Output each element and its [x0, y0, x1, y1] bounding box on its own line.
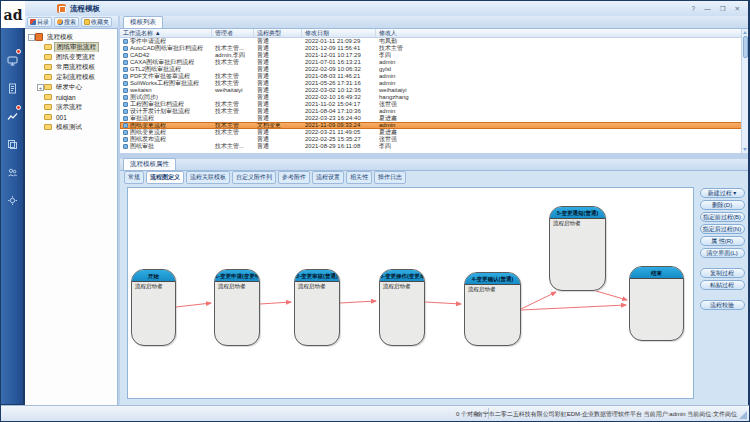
flow-action-panel: 新建过程 ▾删除(D)指定前过程(B)指定后过程(N)属 性(R)清空界面(L)…: [698, 184, 746, 310]
action-button[interactable]: 新建过程 ▾: [700, 188, 745, 198]
tab-流程设置[interactable]: 流程设置: [312, 171, 344, 184]
folder-icon: [44, 84, 52, 90]
nav-settings-button[interactable]: [1, 186, 23, 214]
tree-item[interactable]: 图纸变更流程: [28, 52, 117, 62]
table-row[interactable]: 图纸变更流程技术主管普通2022-03-21 11:49:05夏进鑫: [120, 129, 748, 136]
table-row[interactable]: 审批流程普通2022-03-23 16:24:40夏进鑫: [120, 115, 748, 122]
table-row[interactable]: PDF文件审批签章流程技术主管普通2021-08-03 11:46:21admi…: [120, 73, 748, 80]
cell: 2021-11-09 09:33:24: [302, 122, 376, 129]
flow-node-5[interactable]: 5-变更通知(普通) 流程启动者: [549, 206, 606, 291]
tree-item[interactable]: 演示流程: [28, 102, 117, 112]
action-button[interactable]: 粘贴过程: [700, 280, 745, 290]
nav-flow-button[interactable]: [1, 102, 23, 130]
catalog-button[interactable]: 目录: [27, 17, 52, 27]
tree-item[interactable]: +研发中心: [28, 82, 117, 92]
tab-参考附件[interactable]: 参考附件: [278, 171, 310, 184]
tab-properties[interactable]: 流程模板属性: [123, 158, 176, 170]
action-button[interactable]: 指定前过程(B): [700, 212, 745, 222]
table-row[interactable]: 图纸发布流程普通2022-02-25 15:35:27张世强: [120, 136, 748, 143]
tree-item[interactable]: 定制流程模板: [28, 72, 117, 82]
workflow-name-cell: PDF文件审批签章流程: [120, 73, 212, 80]
action-button[interactable]: 清空界面(L): [700, 248, 745, 258]
column-header[interactable]: 修改日期: [302, 29, 376, 37]
resize-grip[interactable]: [739, 411, 747, 419]
minimize-button[interactable]: —: [704, 5, 711, 13]
workflow-name-cell: 图纸审批: [120, 143, 212, 150]
tab-流程图定义[interactable]: 流程图定义: [146, 171, 184, 184]
tree-item[interactable]: 图纸审批流程: [28, 42, 117, 52]
flow-node-1[interactable]: 1-变更申请(变更申 流程启动者: [214, 269, 260, 346]
flow-node-4[interactable]: 4-变更确认(普通) 流程启动者: [464, 272, 521, 346]
favorites-button[interactable]: 收藏夹: [81, 17, 112, 27]
copy-icon: [7, 139, 18, 150]
table-row[interactable]: 设计开发计划审批流程技术主管普通2021-08-04 17:10:36admin: [120, 108, 748, 115]
column-header[interactable]: 流程类型: [254, 29, 302, 37]
scroll-down-icon[interactable]: [743, 148, 747, 151]
cell: 2022-03-02 10:12:36: [302, 87, 376, 94]
action-button[interactable]: 复制过程: [700, 268, 745, 278]
node-actor: 流程启动者: [465, 285, 520, 294]
action-button[interactable]: 删除(D): [700, 200, 745, 210]
node-title: 1-变更申请(变更申: [215, 270, 259, 282]
cell: admin: [376, 108, 748, 115]
table-row[interactable]: 工程图审批归档流程技术主管普通2021-11-02 15:04:17张世强: [120, 101, 748, 108]
tab-自定义附件列[interactable]: 自定义附件列: [232, 171, 276, 184]
flow-node-2[interactable]: 2-变更审核(普通) 流程启动者: [294, 269, 340, 346]
maximize-button[interactable]: ❐: [720, 5, 726, 13]
tab-常规[interactable]: 常规: [124, 171, 144, 184]
tree-item-label: 定制流程模板: [54, 73, 97, 82]
flow-node-3[interactable]: 3-变更操作(变更单 流程启动者: [379, 269, 425, 346]
workflow-icon: [123, 95, 128, 100]
table-row[interactable]: GTL2图纸审批流程普通2022-02-09 10:06:32gylsl: [120, 66, 748, 73]
table-row[interactable]: weitaisnweihaitaiyi普通2022-03-02 10:12:36…: [120, 87, 748, 94]
table-scrollbar[interactable]: [741, 29, 748, 153]
cell: 2021-05-26 17:31:16: [302, 80, 376, 87]
nav-document-button[interactable]: [1, 74, 23, 102]
column-header[interactable]: 管理者: [212, 29, 254, 37]
close-button[interactable]: ✕: [735, 5, 740, 13]
tree-root[interactable]: - 流程模板: [28, 32, 117, 42]
cell: 普通: [254, 136, 302, 143]
action-button[interactable]: 属 性(R): [700, 236, 745, 246]
column-header[interactable]: 工作流名称 ▲: [120, 29, 212, 37]
folder-icon: [44, 94, 52, 100]
catalog-toolbar: 目录 搜索 收藏夹: [25, 16, 118, 29]
tree-item[interactable]: 常用流程模板: [28, 62, 117, 72]
nav-rail: [1, 28, 23, 404]
tree-item[interactable]: 001: [28, 112, 117, 122]
cell: 技术主管: [212, 59, 254, 66]
table-row[interactable]: 测试(同步)普通2022-02-10 16:49:32hangzhang: [120, 94, 748, 101]
action-button[interactable]: 指定后过程(N): [700, 224, 745, 234]
node-actor: [630, 279, 683, 281]
tab-template-list[interactable]: 模板列表: [123, 16, 163, 28]
tab-相关性[interactable]: 相关性: [346, 171, 372, 184]
tab-操作日志[interactable]: 操作日志: [374, 171, 406, 184]
table-row[interactable]: CAXA图纸审批归档流程技术主管普通2021-07-01 16:13:21adm…: [120, 59, 748, 66]
table-row[interactable]: 零件申请流程普通2022-01-11 21:09:29韦凤勤: [120, 38, 748, 45]
scroll-up-icon[interactable]: [743, 31, 747, 34]
folder-icon: [44, 54, 52, 60]
column-header[interactable]: 修改人: [376, 29, 748, 37]
flow-node-end[interactable]: 结束: [629, 266, 684, 341]
nav-users-button[interactable]: [1, 158, 23, 186]
help-button[interactable]: ?: [692, 5, 696, 13]
table-row[interactable]: SoliWorks工程图审批流程技术主管普通2021-05-26 17:31:1…: [120, 80, 748, 87]
action-button[interactable]: 流程校验: [700, 300, 745, 310]
flow-canvas[interactable]: 开始 流程启动者 1-变更申请(变更申 流程启动者 2-变更审核(普通) 流程启…: [127, 187, 694, 399]
scrollbar-thumb[interactable]: [743, 36, 748, 58]
tree-item[interactable]: 模板测试: [28, 122, 117, 132]
search-button[interactable]: 搜索: [54, 17, 79, 27]
cell: 普通: [254, 108, 302, 115]
tree-item[interactable]: ruiqian: [28, 92, 117, 102]
expander-icon[interactable]: +: [37, 84, 44, 91]
workflow-name-cell: CAD42: [120, 52, 212, 59]
nav-monitor-button[interactable]: [1, 46, 23, 74]
table-row[interactable]: 图纸变更流程技术主管文档变更2021-11-09 09:33:24admin: [120, 122, 748, 129]
nav-copy-button[interactable]: [1, 130, 23, 158]
table-row[interactable]: AutoCAD图纸审批归档流程技术主管...普通2021-12-09 11:56…: [120, 45, 748, 52]
table-row[interactable]: CAD42admin,李四普通2021-12-01 10:17:29李四: [120, 52, 748, 59]
table-row[interactable]: 图纸审批技术主管...普通2021-08-29 16:11:08李四: [120, 143, 748, 150]
flow-node-start[interactable]: 开始 流程启动者: [131, 269, 176, 346]
expander-icon[interactable]: -: [28, 34, 35, 41]
tab-流程关联模板[interactable]: 流程关联模板: [186, 171, 230, 184]
